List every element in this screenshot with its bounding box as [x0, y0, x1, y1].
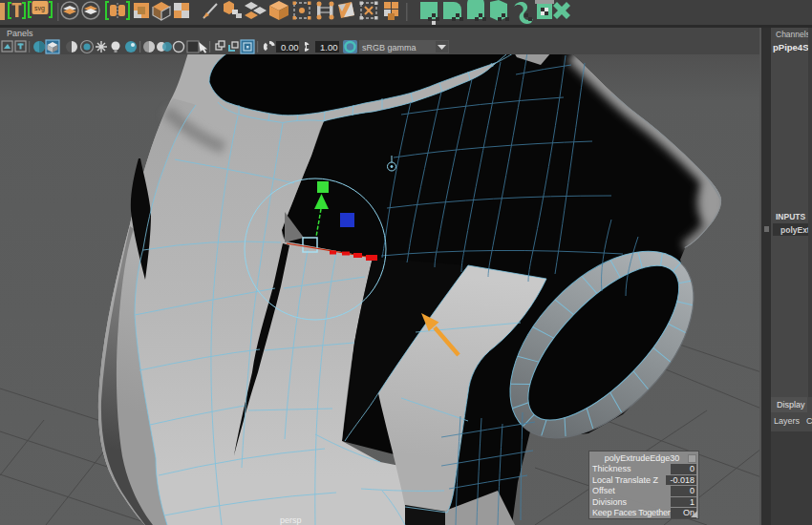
svg-text:sRGB gamma: sRGB gamma [362, 43, 417, 52]
svg-text:persp: persp [280, 515, 302, 525]
svg-text:1.00: 1.00 [320, 42, 338, 52]
svg-text:svg: svg [34, 5, 45, 12]
svg-text:0.00: 0.00 [281, 42, 299, 52]
